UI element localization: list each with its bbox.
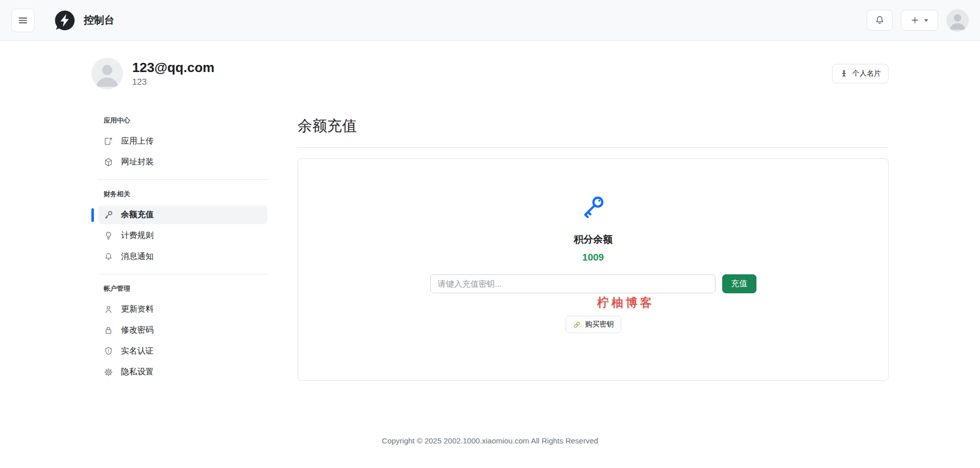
recharge-card: 积分余额 1009 充值 柠柚博客: [298, 158, 889, 381]
sidebar-item-label: 更新资料: [121, 304, 154, 315]
person-standing-icon: [840, 69, 848, 78]
buy-key-button[interactable]: 购买密钥: [566, 316, 621, 333]
create-dropdown-button[interactable]: [901, 10, 938, 31]
sidebar-section-app-center: 应用中心: [98, 116, 267, 125]
sidebar-item-realname-verification[interactable]: 实名认证: [98, 342, 267, 361]
sidebar-item-url-packaging[interactable]: 网址封装: [98, 153, 267, 172]
sidebar-item-app-upload[interactable]: 应用上传: [98, 132, 267, 151]
sidebar-divider: [98, 274, 267, 274]
sidebar-item-label: 计费规则: [121, 230, 154, 241]
personal-card-label: 个人名片: [852, 69, 881, 78]
sidebar-item-change-password[interactable]: 修改密码: [98, 321, 267, 340]
lock-icon: [104, 325, 113, 335]
sidebar-item-label: 余额充值: [121, 209, 154, 220]
sidebar-item-privacy-settings[interactable]: 隐私设置: [98, 363, 267, 382]
sidebar-item-label: 网址封装: [121, 157, 154, 168]
profile-text: 123@qq.com 123: [132, 60, 214, 87]
sidebar-item-label: 修改密码: [121, 325, 154, 336]
sidebar-item-billing-rules[interactable]: 计费规则: [98, 226, 267, 245]
sidebar-item-balance-recharge[interactable]: 余额充值: [98, 205, 267, 224]
sidebar-item-update-profile[interactable]: 更新资料: [98, 300, 267, 319]
profile-username: 123: [132, 77, 214, 87]
key-icon: [104, 210, 113, 220]
sidebar-item-label: 消息通知: [121, 251, 154, 262]
recharge-button[interactable]: 充值: [722, 274, 756, 293]
lightbulb-icon: [104, 231, 113, 241]
box-icon: [104, 157, 113, 167]
link-icon: [573, 320, 581, 329]
bell-icon: [874, 15, 885, 26]
navbar-actions: [867, 9, 969, 32]
page-title: 余额充值: [298, 116, 889, 148]
sidebar-section-account: 帐户管理: [98, 284, 267, 293]
sidebar-item-label: 隐私设置: [121, 367, 154, 378]
hamburger-icon: [17, 15, 29, 26]
notifications-button[interactable]: [867, 10, 893, 31]
personal-card-button[interactable]: 个人名片: [832, 64, 889, 83]
footer-copyright: Copyright © 2025 2002.1000.xiaomiou.com …: [0, 436, 980, 445]
app-logo-lightning-icon: [53, 9, 77, 32]
upload-icon: [104, 136, 113, 146]
sidebar-item-label: 应用上传: [121, 136, 154, 147]
watermark-text: 柠柚博客: [597, 295, 654, 311]
sidebar-item-notifications[interactable]: 消息通知: [98, 247, 267, 266]
key-icon: [580, 194, 606, 220]
main-panel: 余额充值 积分余额 1009 充值 柠柚博: [298, 116, 889, 384]
recharge-key-input[interactable]: [430, 274, 716, 293]
top-navbar: 控制台: [0, 0, 980, 41]
balance-label: 积分余额: [574, 233, 612, 246]
user-avatar[interactable]: [946, 9, 969, 32]
menu-toggle-button[interactable]: [11, 9, 35, 32]
plus-icon: [910, 15, 920, 25]
gear-icon: [104, 367, 113, 377]
profile-email: 123@qq.com: [132, 60, 214, 76]
caret-down-icon: [923, 17, 929, 23]
profile-header: 123@qq.com 123 个人名片: [91, 58, 889, 89]
sidebar-divider: [98, 179, 267, 180]
page-app-title: 控制台: [84, 13, 114, 27]
sidebar-section-finance: 财务相关: [98, 190, 267, 199]
recharge-form: 充值: [430, 274, 756, 293]
bell-icon: [104, 252, 113, 262]
shield-exclamation-icon: [104, 346, 113, 356]
sidebar-item-label: 实名认证: [121, 346, 154, 357]
person-icon: [104, 305, 113, 314]
sidebar: 应用中心 应用上传 网址封装: [91, 116, 267, 384]
balance-value: 1009: [582, 252, 604, 263]
buy-key-label: 购买密钥: [585, 320, 614, 329]
profile-avatar: [91, 58, 123, 89]
